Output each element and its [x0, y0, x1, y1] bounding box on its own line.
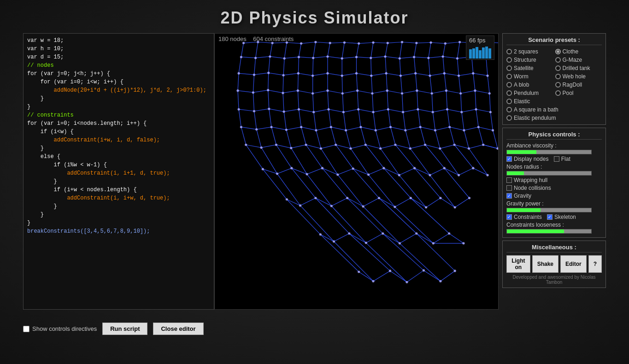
light-on-button[interactable]: Light on	[506, 255, 530, 273]
constraints-looseness-label: Constraints looseness :	[506, 222, 602, 228]
svg-point-124	[482, 144, 484, 146]
scenario-pool-label: Pool	[563, 90, 574, 96]
svg-point-42	[326, 72, 329, 75]
show-controls-checkbox[interactable]	[23, 326, 29, 332]
constraints-checkbox[interactable]	[506, 214, 512, 220]
misc-buttons: Light on Shake Editor ?	[506, 255, 602, 273]
svg-point-31	[427, 57, 429, 59]
close-editor-button[interactable]: Close editor	[153, 323, 203, 335]
display-nodes-checkbox[interactable]	[506, 156, 512, 162]
svg-point-161	[415, 232, 417, 235]
scenario-structure[interactable]: Structure	[506, 56, 553, 64]
node-collisions-checkbox[interactable]	[506, 185, 512, 191]
flat-checkbox[interactable]	[554, 156, 559, 162]
scenario-satellite[interactable]: Satellite	[506, 65, 553, 72]
scenario-pendulum[interactable]: Pendulum	[506, 89, 553, 97]
svg-point-145	[330, 205, 333, 207]
editor-button[interactable]: Editor	[560, 255, 587, 273]
scenario-elastic[interactable]: Elastic	[506, 98, 553, 105]
scenario-web-hole[interactable]: Web hole	[555, 73, 602, 80]
svg-point-138	[443, 167, 446, 169]
scenario-square-bath-label: A square in a bath	[514, 106, 558, 113]
svg-point-22	[298, 56, 300, 58]
skeleton-checkbox[interactable]	[547, 214, 553, 220]
gravity-checkbox[interactable]	[506, 193, 512, 199]
canvas-area[interactable]: 180 nodes 604 constraints 66 fps	[214, 33, 499, 310]
svg-point-19	[254, 57, 257, 59]
help-button[interactable]: ?	[588, 255, 602, 273]
svg-point-108	[245, 144, 247, 146]
scenario-blob[interactable]: A blob	[506, 81, 553, 88]
radio-drilled-tank[interactable]	[555, 65, 561, 71]
radio-elastic[interactable]	[506, 99, 512, 104]
radio-satellite[interactable]	[506, 65, 512, 71]
ambiance-viscosity-label: Ambiance viscosity :	[506, 142, 602, 149]
scenario-drilled-tank[interactable]: Drilled tank	[555, 65, 602, 72]
wrapping-hull-checkbox[interactable]	[506, 177, 512, 183]
radio-blob[interactable]	[506, 82, 512, 88]
radio-worm[interactable]	[506, 74, 512, 79]
fps-bar	[472, 48, 475, 59]
show-controls-label: Show controls directives	[32, 325, 97, 332]
svg-point-69	[459, 92, 462, 94]
svg-point-47	[400, 75, 402, 77]
nodes-radius-slider[interactable]	[506, 171, 592, 176]
svg-point-45	[370, 75, 372, 77]
scenario-square-bath[interactable]: A square in a bath	[506, 106, 602, 113]
svg-point-7	[343, 41, 346, 44]
svg-point-80	[357, 108, 359, 111]
scenario-elastic-label: Elastic	[514, 98, 530, 105]
scenario-blob-label: A blob	[514, 82, 529, 88]
radio-ragdoll[interactable]	[555, 82, 561, 88]
scenario-ragdoll[interactable]: RagDoll	[555, 81, 602, 88]
constraints-label: 604 constraints	[253, 35, 294, 42]
scenario-pool[interactable]: Pool	[555, 89, 602, 97]
shake-button[interactable]: Shake	[532, 255, 558, 273]
svg-point-50	[443, 72, 446, 75]
gravity-power-slider[interactable]	[506, 208, 592, 212]
radio-pool[interactable]	[555, 90, 561, 96]
svg-point-98	[359, 126, 362, 128]
code-editor[interactable]: var w = 18;var h = 10;var d = 15;// node…	[23, 33, 214, 310]
radio-gmaze[interactable]	[555, 57, 561, 63]
svg-point-154	[468, 197, 470, 199]
scenario-clothe-label: Clothe	[563, 48, 579, 55]
svg-point-68	[445, 89, 447, 92]
svg-point-104	[448, 126, 451, 128]
svg-point-163	[448, 232, 450, 235]
node-collisions-label: Node collisions	[514, 185, 551, 191]
svg-point-10	[387, 42, 389, 44]
svg-point-131	[336, 174, 339, 176]
svg-point-6	[329, 42, 331, 44]
scenario-elastic-pendulum[interactable]: Elastic pendulum	[506, 114, 602, 122]
scenario-gmaze[interactable]: G-Maze	[555, 56, 602, 64]
run-script-button[interactable]: Run script	[102, 323, 147, 335]
radio-pendulum[interactable]	[506, 90, 512, 96]
svg-point-40	[297, 72, 300, 75]
svg-point-167	[389, 270, 391, 272]
scenario-clothe[interactable]: Clothe	[555, 48, 602, 55]
svg-point-127	[276, 173, 278, 175]
radio-web-hole[interactable]	[555, 74, 561, 79]
svg-point-92	[270, 126, 272, 128]
radio-elastic-pendulum[interactable]	[506, 115, 512, 121]
title-bar: 2D Physics Simulator	[0, 0, 629, 33]
radio-2squares[interactable]	[506, 49, 512, 54]
fps-bar	[482, 47, 485, 59]
ambiance-viscosity-slider[interactable]	[506, 150, 592, 154]
svg-point-114	[335, 144, 337, 146]
svg-point-72	[238, 108, 240, 111]
physics-controls-title: Physics controls :	[506, 131, 602, 140]
svg-point-132	[352, 167, 354, 170]
svg-point-111	[290, 147, 292, 149]
svg-point-153	[454, 206, 456, 209]
radio-clothe[interactable]	[555, 49, 561, 54]
svg-point-100	[389, 126, 392, 128]
scenario-worm[interactable]: Worm	[506, 73, 553, 80]
constraints-looseness-slider[interactable]	[506, 229, 592, 234]
node-collisions-row: Node collisions	[506, 185, 602, 191]
radio-structure[interactable]	[506, 57, 512, 63]
svg-point-142	[286, 198, 288, 200]
scenario-2squares[interactable]: 2 squares	[506, 48, 553, 55]
radio-square-bath[interactable]	[506, 107, 512, 112]
